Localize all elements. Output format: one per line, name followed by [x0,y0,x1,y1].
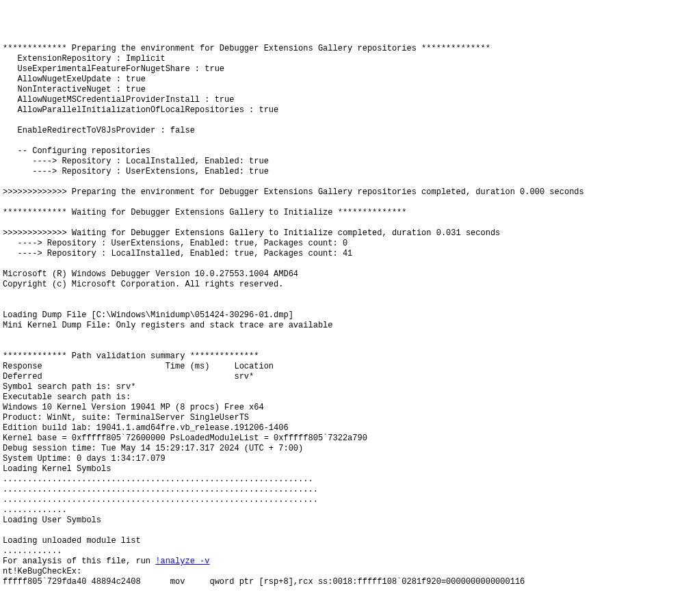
output-line: ........................................… [3,474,313,484]
output-line: ........................................… [3,495,318,505]
output-line: ----> Repository : UserExtensions, Enabl… [3,167,269,176]
output-line: Copyright (c) Microsoft Corporation. All… [3,280,283,289]
output-line: AllowNugetExeUpdate : true [3,75,146,84]
output-line: ----> Repository : LocalInstalled, Enabl… [3,157,269,166]
output-line: Kernel base = 0xfffff805`72600000 PsLoad… [3,433,367,443]
debugger-output: ************* Preparing the environment … [3,44,694,587]
output-line: Loading Dump File [C:\Windows\Minidump\0… [3,310,293,320]
output-line: AllowNugetMSCredentialProviderInstall : … [3,95,234,105]
output-line: UseExperimentalFeatureForNugetShare : tr… [3,64,224,74]
output-line: ************* Waiting for Debugger Exten… [3,208,407,217]
analyze-link[interactable]: !analyze -v [155,557,209,566]
output-line: System Uptime: 0 days 1:34:17.079 [3,454,166,464]
output-line: ........................................… [3,485,318,494]
output-line: AllowParallelInitializationOfLocalReposi… [3,105,278,115]
output-line: ************* Preparing the environment … [3,44,490,53]
output-line: Response Time (ms) Location [3,362,274,371]
output-line: ............. [3,505,67,515]
output-line: ............ [3,546,62,556]
output-line: nt!KeBugCheckEx: [3,567,81,576]
output-line: Deferred srv* [3,372,254,381]
output-line: Symbol search path is: srv* [3,382,135,392]
output-line: EnableRedirectToV8JsProvider : false [3,126,195,135]
output-line: ----> Repository : UserExtensions, Enabl… [3,239,347,248]
output-line: Microsoft (R) Windows Debugger Version 1… [3,269,298,279]
output-line: fffff805`729fda40 48894c2408 mov qword p… [3,577,525,587]
output-line: ----> Repository : LocalInstalled, Enabl… [3,249,352,258]
output-line: >>>>>>>>>>>>> Preparing the environment … [3,187,584,197]
output-line: Edition build lab: 19041.1.amd64fre.vb_r… [3,423,289,433]
output-line: Loading User Symbols [3,515,101,525]
output-line: Loading unloaded module list [3,536,141,546]
output-line: Product: WinNt, suite: TerminalServer Si… [3,413,249,423]
output-line: ExtensionRepository : Implicit [3,54,166,64]
output-line: Debug session time: Tue May 14 15:29:17.… [3,444,303,453]
output-line: ************* Path validation summary **… [3,351,259,361]
output-line: Loading Kernel Symbols [3,464,111,474]
output-line: Executable search path is: [3,392,135,402]
output-line: For analysis of this file, run [3,557,155,566]
output-line: Mini Kernel Dump File: Only registers an… [3,321,332,330]
output-line: NonInteractiveNuget : true [3,85,146,94]
output-line: >>>>>>>>>>>>> Waiting for Debugger Exten… [3,228,500,238]
output-line: -- Configuring repositories [3,146,150,156]
output-line: Windows 10 Kernel Version 19041 MP (8 pr… [3,403,264,412]
